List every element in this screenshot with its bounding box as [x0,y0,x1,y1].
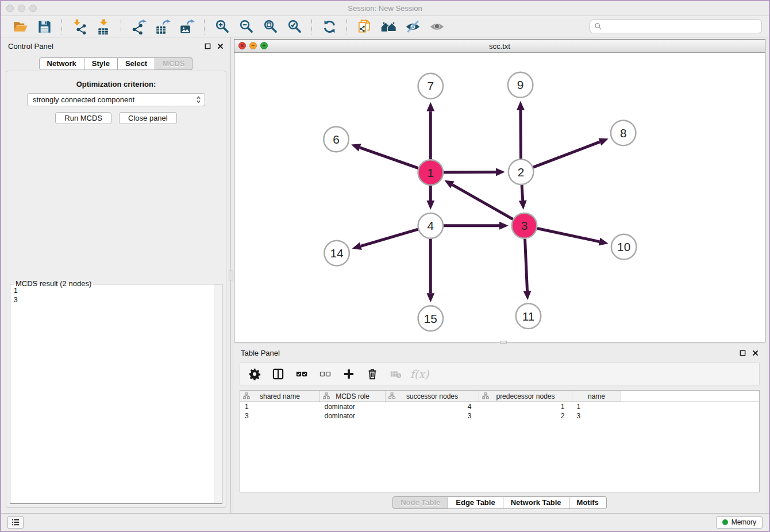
cell-predecessor-nodes[interactable]: 1 [479,402,572,412]
import-table-button[interactable] [94,18,113,36]
graph-edge-4-14[interactable] [361,229,418,246]
column-label: predecessor nodes [496,392,555,400]
home-view-button[interactable] [379,18,398,36]
close-view-button[interactable]: × [238,42,246,49]
minimize-view-button[interactable]: − [249,42,257,49]
graph-arrowhead-4-15 [426,293,434,302]
add-column-icon[interactable] [342,367,356,381]
cell-name[interactable]: 1 [572,402,621,412]
column-header-name[interactable]: name [572,391,621,402]
close-window-button[interactable] [6,5,14,12]
tab-select[interactable]: Select [118,57,155,70]
memory-button[interactable]: Memory [716,516,763,529]
tab-style[interactable]: Style [84,57,118,70]
graph-arrowhead-3-11 [523,291,532,300]
zoom-window-button[interactable] [29,5,37,12]
graph-edge-3-11[interactable] [525,239,528,291]
table-tabs: Node TableEdge TableNetwork TableMotifs [234,496,765,509]
zoom-fit-button[interactable] [261,18,279,36]
graph-edge-1-6[interactable] [360,148,418,168]
save-session-button[interactable] [35,18,53,36]
export-network-button[interactable] [129,18,148,36]
tab-network-table[interactable]: Network Table [503,496,569,509]
zoom-selected-button[interactable] [285,18,303,36]
float-table-panel-icon[interactable] [740,350,746,356]
zoom-out-button[interactable] [237,18,255,36]
horizontal-splitter-handle[interactable] [500,341,507,344]
show-graphics-button[interactable] [428,18,446,36]
task-history-button[interactable] [7,516,24,529]
graph-edge-3-1[interactable] [452,185,513,219]
memory-button-label: Memory [732,518,756,526]
graph-edge-2-9[interactable] [521,110,521,159]
graph-node-4[interactable]: 4 [418,213,444,238]
graph-node-8[interactable]: 8 [611,121,636,146]
graph-edge-3-10[interactable] [537,229,599,242]
refresh-button[interactable] [320,18,338,36]
search-input[interactable] [605,22,757,31]
graph-arrowhead-1-6 [351,144,361,151]
graph-node-10[interactable]: 10 [611,234,637,260]
zoom-view-button[interactable]: + [260,42,268,49]
graph-node-9[interactable]: 9 [508,72,533,98]
result-scrollbar[interactable] [214,284,222,503]
graph-edge-2-3[interactable] [522,185,523,201]
network-canvas[interactable]: 7968124314101511 [234,53,765,342]
deselect-all-checks-icon[interactable] [318,367,332,381]
delete-column-icon[interactable] [365,367,379,381]
clone-network-button[interactable] [355,18,374,36]
float-panel-icon[interactable] [205,43,211,49]
export-image-button[interactable] [178,18,196,36]
graph-edge-2-8[interactable] [533,142,600,167]
open-file-button[interactable] [11,18,29,36]
tab-mcds[interactable]: MCDS [155,57,192,70]
search-field[interactable] [590,20,762,33]
vertical-splitter-handle[interactable] [229,271,233,280]
zoom-in-button[interactable] [213,18,231,36]
graph-node-11[interactable]: 11 [516,303,541,329]
table-row[interactable]: 1dominator411 [240,402,759,412]
close-panel-button[interactable]: Close panel [119,112,177,124]
column-header-successor-nodes[interactable]: successor nodes [386,391,479,402]
graph-node-2[interactable]: 2 [509,159,534,184]
criterion-select[interactable]: strongly connected component [27,93,205,106]
column-header-shared-name[interactable]: shared name [240,391,320,402]
cell-shared-name[interactable]: 3 [240,411,320,421]
cell-name[interactable]: 3 [572,411,621,421]
close-table-panel-icon[interactable] [752,350,759,356]
column-settings-icon[interactable] [248,367,261,381]
cell-successor-nodes[interactable]: 4 [386,402,479,412]
table-row[interactable]: 3dominator323 [240,411,759,421]
graph-node-6[interactable]: 6 [324,126,349,152]
mcds-result-list[interactable]: 13 [11,286,214,503]
cell-shared-name[interactable]: 1 [240,402,320,412]
tab-edge-table[interactable]: Edge Table [448,496,503,509]
column-header-predecessor-nodes[interactable]: predecessor nodes [479,391,572,402]
cell-mcds-role[interactable]: dominator [320,411,386,421]
run-mcds-button[interactable]: Run MCDS [55,112,111,124]
close-panel-icon[interactable] [217,43,224,49]
list-icon [10,517,21,527]
export-table-button[interactable] [153,18,172,36]
tab-motifs[interactable]: Motifs [569,496,607,509]
cell-successor-nodes[interactable]: 3 [386,411,479,421]
graph-node-14[interactable]: 14 [324,241,349,266]
control-panel-tabs: NetworkStyleSelectMCDS [1,57,230,70]
tab-network[interactable]: Network [39,57,84,70]
status-bar: Memory [1,513,769,531]
cell-predecessor-nodes[interactable]: 2 [479,411,572,421]
graph-node-3[interactable]: 3 [512,213,537,238]
split-columns-icon[interactable] [271,367,285,381]
graph-node-1[interactable]: 1 [418,160,444,185]
cell-mcds-role[interactable]: dominator [320,402,386,412]
import-network-button[interactable] [70,18,88,36]
column-header-mcds-role[interactable]: MCDS role [320,391,386,402]
graph-node-7[interactable]: 7 [418,74,444,99]
graph-edge-1-2[interactable] [444,172,496,172]
select-all-checks-icon[interactable] [295,367,309,381]
graph-node-15[interactable]: 15 [418,306,444,331]
hide-graphics-button[interactable] [403,18,422,36]
network-graph[interactable]: 7968124314101511 [234,53,765,342]
minimize-window-button[interactable] [18,5,25,12]
tab-node-table[interactable]: Node Table [392,496,448,509]
